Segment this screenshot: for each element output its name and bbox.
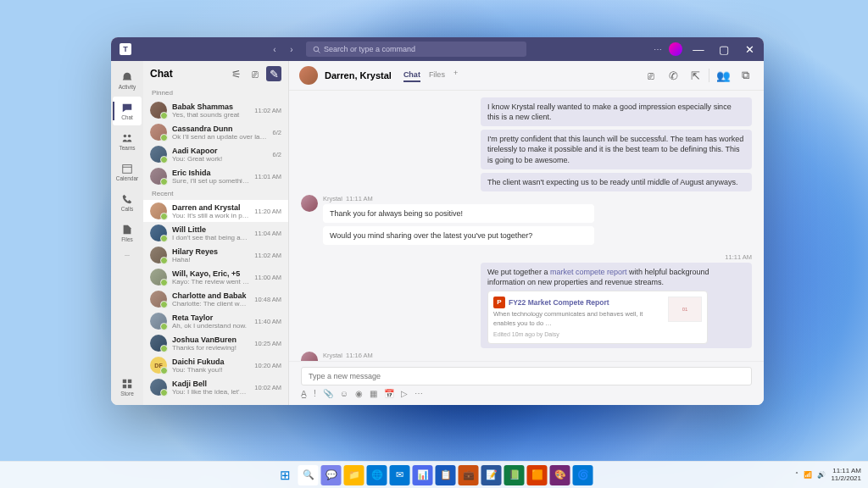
rail-chat[interactable]: Chat [113, 97, 142, 125]
chat-time: 11:02 AM [254, 252, 281, 259]
sender-avatar [301, 195, 318, 212]
new-chat-button[interactable]: ✎ [266, 66, 281, 81]
meeting-icon[interactable]: 📅 [384, 389, 394, 398]
chat-preview: Thanks for reviewing! [172, 344, 249, 352]
svg-rect-9 [128, 385, 131, 388]
taskbar-app-icon[interactable]: ✉ [390, 465, 410, 485]
tray-chevron-icon[interactable]: ˄ [795, 471, 798, 479]
chat-preview: You: It's still a work in progress. Darr… [172, 212, 249, 219]
search-placeholder: Search or type a command [324, 45, 415, 53]
svg-rect-6 [123, 380, 126, 383]
more-icon[interactable]: ⋯ [415, 389, 423, 398]
taskbar-app-icon[interactable]: 💬 [321, 465, 342, 485]
chat-name: Eric Ishida [172, 169, 249, 177]
chat-name: Darren and Krystal [172, 203, 249, 212]
taskbar-app-icon[interactable]: 🌐 [367, 465, 387, 485]
audio-call-button[interactable]: ✆ [665, 67, 682, 84]
filter-button[interactable]: ⚟ [229, 66, 244, 81]
chat-list-item[interactable]: Kadji BellYou: I like the idea, let's pi… [143, 376, 288, 398]
outgoing-message: The client wasn't expecting us to be rea… [481, 173, 752, 191]
chat-list-item[interactable]: Aadi KapoorYou: Great work!6/2 [143, 143, 288, 165]
chat-list-item[interactable]: Will LittleI don't see that being an iss… [143, 222, 288, 244]
chat-list-item[interactable]: Will, Kayo, Eric, +5Kayo: The review wen… [143, 266, 288, 288]
message-input[interactable] [301, 367, 752, 385]
message-link[interactable]: market compete report [550, 268, 627, 276]
rail-activity[interactable]: Activity [113, 66, 142, 95]
back-button[interactable]: ‹ [267, 42, 282, 57]
chat-preview: Haha! [172, 256, 249, 263]
gif-icon[interactable]: ◉ [355, 389, 363, 398]
conversation-header: Darren, Krystal Chat Files + ⎚ ✆ ⇱ 👥 ⧉ [289, 61, 764, 91]
chat-list-item[interactable]: Charlotte and BabakCharlotte: The client… [143, 288, 288, 310]
rail-teams[interactable]: Teams [113, 127, 142, 156]
chat-name: Reta Taylor [172, 313, 249, 322]
rail-calendar[interactable]: Calendar [113, 158, 142, 186]
chat-time: 11:40 AM [254, 318, 281, 325]
avatar: DF [150, 357, 167, 374]
emoji-icon[interactable]: ☺ [340, 389, 348, 398]
taskbar-app-icon[interactable]: ⊞ [275, 465, 296, 485]
svg-line-1 [318, 51, 320, 53]
search-input[interactable]: Search or type a command [306, 42, 526, 57]
attach-icon[interactable]: 📎 [323, 389, 333, 398]
system-tray[interactable]: ˄ 📶 🔊 11:11 AM 11/2/2021 [795, 468, 868, 483]
avatar [150, 168, 167, 185]
chat-name: Will Little [172, 225, 249, 234]
add-tab-button[interactable]: + [453, 69, 458, 82]
minimize-button[interactable]: — [689, 40, 708, 58]
chat-list-item[interactable]: Cassandra DunnOk I'll send an update ove… [143, 121, 288, 143]
taskbar-app-icon[interactable]: 💼 [459, 465, 479, 485]
chat-time: 11:00 AM [254, 274, 281, 281]
chat-time: 6/2 [273, 151, 281, 158]
chat-list-item[interactable]: Eric IshidaSure, I'll set up something f… [143, 165, 288, 187]
taskbar-app-icon[interactable]: 🟧 [527, 465, 548, 485]
rail-calls[interactable]: Calls [113, 188, 142, 217]
rail-files[interactable]: Files [113, 219, 142, 247]
chat-list-item[interactable]: Darren and KrystalYou: It's still a work… [143, 200, 288, 222]
taskbar-app-icon[interactable]: 🌀 [573, 465, 593, 485]
message-list[interactable]: I know Krystal really wanted to make a g… [289, 91, 764, 361]
popout-button[interactable]: ⧉ [737, 67, 754, 84]
more-icon[interactable]: ⋯ [654, 45, 662, 54]
taskbar-app-icon[interactable]: 📗 [504, 465, 525, 485]
taskbar-app-icon[interactable]: 📝 [481, 465, 502, 485]
format-icon[interactable]: A̲ [301, 389, 307, 398]
close-button[interactable]: ✕ [740, 40, 759, 58]
forward-button[interactable]: › [284, 42, 299, 57]
volume-icon[interactable]: 🔊 [817, 471, 826, 479]
stream-icon[interactable]: ▷ [401, 389, 408, 398]
user-avatar[interactable] [669, 42, 682, 56]
chat-time: 10:20 AM [254, 362, 281, 369]
meet-now-button[interactable]: ⎚ [248, 66, 263, 81]
taskbar-app-icon[interactable]: 📁 [344, 465, 364, 485]
taskbar: ⊞🔍💬📁🌐✉📊📋💼📝📗🟧🎨🌀 ˄ 📶 🔊 11:11 AM 11/2/2021 [0, 461, 868, 488]
rail-apps[interactable]: Store [113, 373, 142, 402]
clock[interactable]: 11:11 AM 11/2/2021 [831, 468, 861, 483]
search-icon [313, 46, 320, 53]
video-call-button[interactable]: ⎚ [643, 67, 659, 84]
chat-time: 6/2 [273, 129, 281, 136]
sticker-icon[interactable]: ▦ [370, 389, 377, 398]
add-people-button[interactable]: 👥 [715, 67, 732, 84]
wifi-icon[interactable]: 📶 [804, 471, 812, 479]
chat-list-item[interactable]: Joshua VanBurenThanks for reviewing!10:2… [143, 332, 288, 354]
share-button[interactable]: ⇱ [687, 67, 704, 84]
taskbar-app-icon[interactable]: 📊 [413, 465, 433, 485]
outgoing-message: I'm pretty confident that this launch wi… [481, 130, 752, 169]
chat-list-item[interactable]: DFDaichi FukudaYou: Thank you!!10:20 AM [143, 354, 288, 376]
chat-preview: Yes, that sounds great [172, 111, 249, 119]
chat-name: Hilary Reyes [172, 247, 249, 256]
chat-list-item[interactable]: Hilary ReyesHaha!11:02 AM [143, 244, 288, 266]
rail-more[interactable]: ··· [125, 252, 130, 258]
tab-chat[interactable]: Chat [403, 69, 420, 82]
chat-list-item[interactable]: Reta TaylorAh, ok I understand now.11:40… [143, 310, 288, 332]
taskbar-app-icon[interactable]: 🎨 [550, 465, 570, 485]
taskbar-app-icon[interactable]: 📋 [436, 465, 456, 485]
taskbar-app-icon[interactable]: 🔍 [298, 465, 319, 485]
chat-list-item[interactable]: Babak ShammasYes, that sounds great11:02… [143, 99, 288, 121]
tab-files[interactable]: Files [429, 69, 445, 82]
maximize-button[interactable]: ▢ [715, 40, 733, 58]
priority-icon[interactable]: ! [314, 389, 316, 398]
file-attachment-card[interactable]: P FY22 Market Compete Report When techno… [487, 291, 708, 344]
chat-time: 10:25 AM [254, 340, 281, 347]
